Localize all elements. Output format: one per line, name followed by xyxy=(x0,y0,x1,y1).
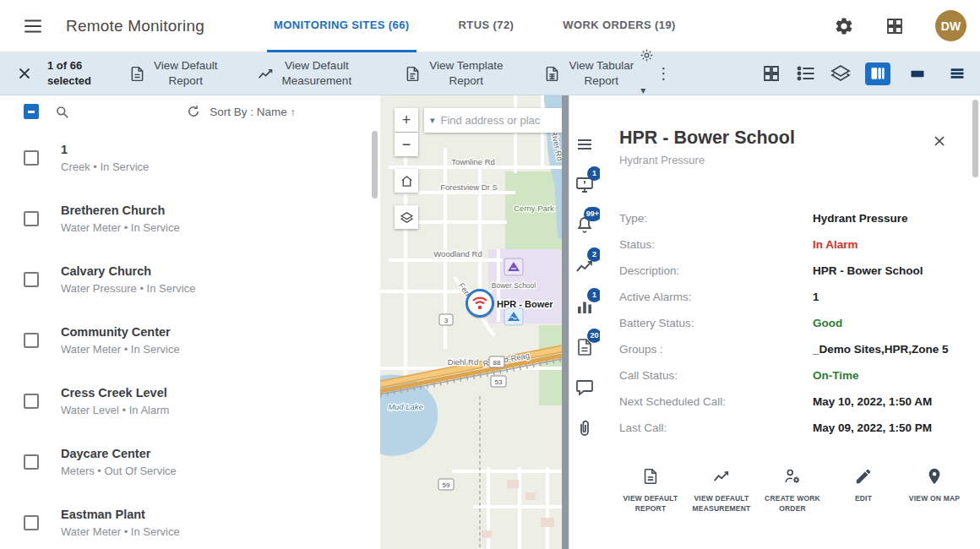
site-checkbox[interactable] xyxy=(24,394,39,409)
map-label-forestview: Forestview Dr S xyxy=(440,182,498,192)
map-search-box: ▾ xyxy=(424,108,562,133)
report-dropdown-caret-icon[interactable]: ▾ xyxy=(640,84,645,96)
zoom-out-button[interactable]: − xyxy=(395,133,418,156)
field-groups: Groups : _Demo Sites,HPR,Zone 5 xyxy=(619,336,950,362)
site-row[interactable]: Bretheren Church Water Meter • In Servic… xyxy=(0,188,380,249)
site-row[interactable]: Daycare Center Meters • Out Of Service xyxy=(0,432,380,492)
list-view-icon[interactable] xyxy=(796,63,816,84)
field-call-status: Call Status: On-Time xyxy=(619,362,950,389)
strip-menu-icon[interactable] xyxy=(574,134,595,155)
layout-split-view-toggle[interactable] xyxy=(865,63,890,85)
view-default-report-button[interactable]: View DefaultReport xyxy=(128,58,218,88)
view-template-report-button[interactable]: View TemplateReport xyxy=(404,58,503,88)
layers-view-icon[interactable] xyxy=(830,63,851,84)
site-row[interactable]: Cress Creek Level Water Level • In Alarm xyxy=(0,371,380,432)
site-checkbox[interactable] xyxy=(24,272,39,287)
trend-chart-icon xyxy=(712,467,731,486)
site-checkbox[interactable] xyxy=(24,211,39,226)
content-area: Sort By : Name ↑ 1 Creek • In Service Br… xyxy=(0,95,980,549)
search-icon[interactable] xyxy=(54,104,70,120)
layout-full-view-toggle[interactable] xyxy=(905,63,930,85)
view-tabular-report-button[interactable]: View TabularReport ▾ xyxy=(543,58,634,88)
pencil-icon xyxy=(854,467,873,486)
site-detail-panel: HPR - Bower School Hydrant Pressure Type… xyxy=(600,95,980,549)
tab-work-orders[interactable]: WORK ORDERS (19) xyxy=(556,0,683,52)
home-extent-button[interactable] xyxy=(395,169,418,193)
report-settings-gear-icon[interactable] xyxy=(640,48,654,63)
select-all-checkbox[interactable] xyxy=(24,104,39,119)
view-on-map-action[interactable]: VIEW ON MAP xyxy=(899,467,970,514)
create-work-order-action[interactable]: CREATE WORK ORDER xyxy=(757,467,828,514)
topbar-right: DW xyxy=(834,10,966,41)
location-pin-icon xyxy=(925,467,944,486)
site-subtitle: Water Meter • In Service xyxy=(61,525,180,538)
svg-text:88: 88 xyxy=(493,359,501,367)
site-list-scrollbar[interactable] xyxy=(372,131,378,198)
detail-subtitle: Hydrant Pressure xyxy=(619,154,705,166)
app-title: Remote Monitoring xyxy=(66,17,204,35)
detail-scrollbar[interactable] xyxy=(972,100,978,177)
clear-selection-icon[interactable] xyxy=(15,64,34,83)
field-active-alarms: Active Alarms: 1 xyxy=(619,284,950,310)
detail-actions: VIEW DEFAULT REPORT VIEW DEFAULT MEASURE… xyxy=(615,467,970,514)
field-description: Description: HPR - Bower School xyxy=(619,258,950,284)
site-subtitle: Water Meter • In Service xyxy=(61,221,180,234)
site-row[interactable]: Community Center Water Meter • In Servic… xyxy=(0,310,380,371)
apps-grid-icon[interactable] xyxy=(885,16,905,36)
site-row[interactable]: Calvary Church Water Pressure • In Servi… xyxy=(0,249,380,310)
site-name: Calvary Church xyxy=(61,264,195,278)
view-switcher xyxy=(761,63,970,85)
hydrant-pressure-marker[interactable] xyxy=(504,308,523,325)
tab-monitoring-sites[interactable]: MONITORING SITES (66) xyxy=(267,0,416,52)
site-row[interactable]: 1 Creek • In Service xyxy=(0,128,380,188)
attachments-paperclip-icon[interactable] xyxy=(574,418,595,438)
tabular-report-icon xyxy=(543,65,561,83)
app-window: Remote Monitoring MONITORING SITES (66) … xyxy=(0,0,980,549)
site-checkbox[interactable] xyxy=(24,333,39,348)
menu-icon[interactable] xyxy=(22,15,44,37)
comments-icon[interactable] xyxy=(574,378,595,398)
user-avatar[interactable]: DW xyxy=(935,10,966,41)
svg-text:53: 53 xyxy=(495,378,503,386)
search-source-caret-icon[interactable]: ▾ xyxy=(430,115,435,126)
site-checkbox[interactable] xyxy=(24,454,39,470)
close-detail-icon[interactable] xyxy=(931,133,948,149)
view-default-measurement-action[interactable]: VIEW DEFAULT MEASUREMENT xyxy=(686,467,757,514)
site-checkbox[interactable] xyxy=(24,515,39,530)
school-marker[interactable] xyxy=(504,258,523,275)
site-name: Cress Creek Level xyxy=(61,386,169,400)
device-alarm-icon[interactable]: 1 xyxy=(574,175,595,195)
refresh-icon[interactable] xyxy=(186,104,201,119)
site-name: Daycare Center xyxy=(61,447,177,460)
map-panel[interactable]: Townline Rd Forestview Dr S Cerny Park W… xyxy=(380,95,562,549)
view-default-report-action[interactable]: VIEW DEFAULT REPORT xyxy=(615,467,686,514)
detail-title: HPR - Bower School xyxy=(619,128,795,149)
map-label-diehl: Diehl Rd xyxy=(448,357,478,367)
field-next-scheduled-call: Next Scheduled Call: May 10, 2022, 1:50 … xyxy=(619,389,950,415)
tab-rtus[interactable]: RTUS (72) xyxy=(452,0,521,52)
more-actions-icon[interactable]: ⋮ xyxy=(656,66,671,81)
zoom-in-button[interactable]: + xyxy=(395,108,418,132)
map-search-input[interactable] xyxy=(441,114,558,127)
edit-action[interactable]: EDIT xyxy=(828,467,899,514)
settings-gear-icon[interactable] xyxy=(834,16,854,36)
map-canvas[interactable]: Townline Rd Forestview Dr S Cerny Park W… xyxy=(380,95,562,549)
view-default-measurement-button[interactable]: View DefaultMeasurement xyxy=(257,58,352,88)
site-checkbox[interactable] xyxy=(24,150,39,166)
document-icon xyxy=(128,65,146,83)
basemap-layers-button[interactable] xyxy=(395,205,418,229)
sort-by-control[interactable]: Sort By : Name ↑ xyxy=(210,106,296,118)
reports-chart-icon[interactable]: 1 xyxy=(574,296,595,317)
map-label-woodland: Woodland Rd xyxy=(433,249,482,258)
site-row[interactable]: Eastman Plant Water Meter • In Service xyxy=(0,492,380,549)
documents-icon[interactable]: 20 xyxy=(574,337,595,357)
panel-splitter[interactable] xyxy=(562,95,569,549)
trends-icon[interactable]: 2 xyxy=(574,256,595,276)
selected-site-marker[interactable] xyxy=(466,291,494,319)
layout-rows-view-toggle[interactable] xyxy=(945,63,970,85)
svg-text:59: 59 xyxy=(443,481,450,489)
selection-toolbar: 1 of 66 selected View DefaultReport View… xyxy=(0,52,980,95)
alerts-bell-icon[interactable]: 99+ xyxy=(574,215,595,236)
field-status: Status: In Alarm xyxy=(619,231,950,258)
grid-view-icon[interactable] xyxy=(761,63,781,84)
